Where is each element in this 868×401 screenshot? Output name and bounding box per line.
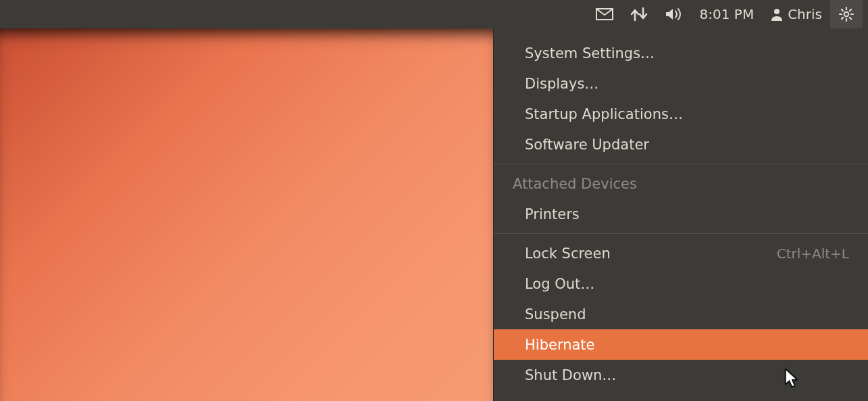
menu-item-label: Hibernate <box>525 337 594 353</box>
svg-point-1 <box>774 9 780 14</box>
menu-separator <box>494 164 868 164</box>
mail-indicator[interactable] <box>588 0 621 28</box>
menu-item-lock-screen[interactable]: Lock Screen Ctrl+Alt+L <box>494 238 868 268</box>
system-menu-dropdown: System Settings… Displays… Startup Appli… <box>493 28 868 401</box>
menu-item-shut-down[interactable]: Shut Down… <box>494 360 868 390</box>
menu-item-software-updater[interactable]: Software Updater <box>494 129 868 160</box>
speaker-icon <box>665 7 684 22</box>
menu-item-label: Printers <box>525 206 580 222</box>
clock-indicator[interactable]: 8:01 PM <box>692 0 763 28</box>
svg-line-8 <box>850 18 851 19</box>
menu-item-label: Log Out… <box>525 276 594 292</box>
svg-point-2 <box>844 12 848 16</box>
menu-item-label: System Settings… <box>525 45 655 62</box>
network-updown-icon <box>630 7 648 22</box>
user-name-text: Chris <box>788 6 822 22</box>
network-indicator[interactable] <box>621 0 657 28</box>
svg-line-10 <box>850 9 851 11</box>
menu-item-shortcut: Ctrl+Alt+L <box>777 245 849 262</box>
menu-header-attached-devices: Attached Devices <box>494 168 868 199</box>
top-menu-bar: 8:01 PM Chris <box>0 0 868 28</box>
menu-item-log-out[interactable]: Log Out… <box>494 268 868 299</box>
svg-line-9 <box>842 18 843 19</box>
menu-item-suspend[interactable]: Suspend <box>494 299 868 329</box>
menu-item-printers[interactable]: Printers <box>494 199 868 229</box>
desktop-wallpaper <box>0 28 493 401</box>
menu-item-label: Shut Down… <box>525 367 616 383</box>
envelope-icon <box>596 8 613 20</box>
gear-icon <box>838 6 854 22</box>
menu-item-label: Software Updater <box>525 137 649 153</box>
clock-text: 8:01 PM <box>700 6 755 22</box>
user-icon <box>770 7 784 21</box>
menu-separator <box>494 233 868 234</box>
menu-item-label: Lock Screen <box>525 245 611 262</box>
sound-indicator[interactable] <box>657 0 692 28</box>
user-menu[interactable]: Chris <box>762 0 830 28</box>
menu-item-hibernate[interactable]: Hibernate <box>494 329 868 360</box>
menu-item-displays[interactable]: Displays… <box>494 68 868 99</box>
svg-line-7 <box>842 9 843 11</box>
menu-item-startup-applications[interactable]: Startup Applications… <box>494 99 868 129</box>
system-menu-button[interactable] <box>830 0 863 28</box>
menu-item-label: Displays… <box>525 76 598 92</box>
menu-header-label: Attached Devices <box>513 176 637 192</box>
menu-item-label: Startup Applications… <box>525 106 683 122</box>
menu-item-label: Suspend <box>525 306 586 323</box>
menu-item-system-settings[interactable]: System Settings… <box>494 38 868 68</box>
